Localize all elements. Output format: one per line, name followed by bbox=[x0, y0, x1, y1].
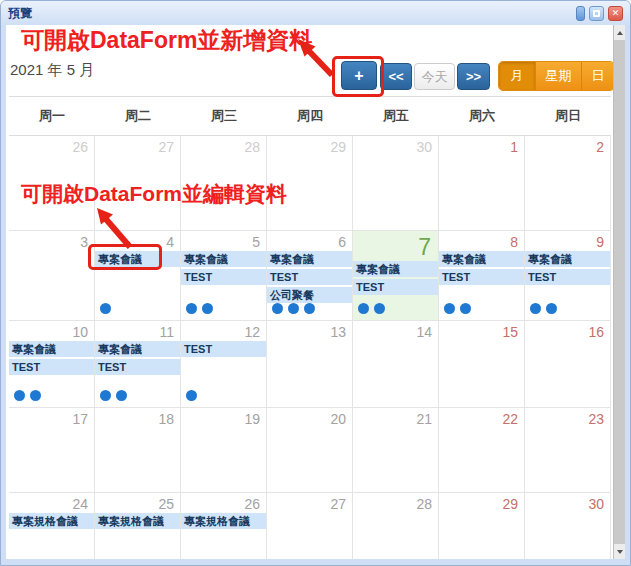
date-number: 20 bbox=[267, 408, 352, 425]
calendar-day-cell[interactable]: 30 bbox=[353, 136, 439, 231]
calendar-day-cell[interactable]: 11專案會議TEST bbox=[95, 321, 181, 408]
calendar-day-cell[interactable]: 22 bbox=[439, 408, 525, 493]
calendar-day-cell[interactable]: 25專案規格會議 bbox=[95, 493, 181, 559]
calendar-day-cell[interactable]: 29 bbox=[267, 136, 353, 231]
calendar-week-row: 34專案會議5專案會議TEST6專案會議TEST公司聚餐7專案會議TEST8專案… bbox=[9, 231, 611, 321]
view-month-button[interactable]: 月 bbox=[499, 62, 535, 90]
scrollbar-up-icon[interactable] bbox=[614, 25, 625, 40]
calendar-event[interactable]: 專案規格會議 bbox=[181, 513, 266, 529]
date-number: 11 bbox=[95, 321, 180, 338]
calendar-day-cell[interactable]: 26 bbox=[9, 136, 95, 231]
calendar-day-cell[interactable]: 1 bbox=[439, 136, 525, 231]
weekday-label: 周三 bbox=[181, 107, 267, 125]
calendar-day-cell[interactable]: 9專案會議TEST bbox=[525, 231, 611, 321]
calendar-day-cell[interactable]: 4專案會議 bbox=[95, 231, 181, 321]
calendar-event[interactable]: TEST bbox=[181, 269, 266, 285]
date-number: 10 bbox=[9, 321, 94, 338]
calendar-day-cell[interactable]: 21 bbox=[353, 408, 439, 493]
calendar-event[interactable]: TEST bbox=[439, 269, 524, 285]
date-number: 26 bbox=[9, 136, 94, 153]
calendar-day-cell[interactable]: 15 bbox=[439, 321, 525, 408]
event-dots bbox=[358, 303, 385, 314]
date-number: 17 bbox=[9, 408, 94, 425]
calendar-day-cell[interactable]: 16 bbox=[525, 321, 611, 408]
close-icon[interactable]: ✕ bbox=[608, 6, 623, 21]
day-events: 專案規格會議 bbox=[181, 513, 266, 529]
calendar-day-cell[interactable]: 5專案會議TEST bbox=[181, 231, 267, 321]
calendar-event[interactable]: 專案會議 bbox=[95, 341, 180, 357]
event-dot bbox=[530, 303, 541, 314]
calendar-day-cell[interactable]: 6專案會議TEST公司聚餐 bbox=[267, 231, 353, 321]
view-day-button[interactable]: 日 bbox=[581, 62, 613, 90]
calendar-day-cell[interactable]: 17 bbox=[9, 408, 95, 493]
calendar-panel: 2021 年 5 月 + << 今天 >> 月 星期 日 周一周二周三周四周五周… bbox=[6, 25, 613, 559]
calendar-day-cell[interactable]: 23 bbox=[525, 408, 611, 493]
date-number: 2 bbox=[525, 136, 610, 153]
collapse-icon[interactable] bbox=[576, 6, 585, 21]
event-dots bbox=[186, 303, 213, 314]
calendar-day-cell[interactable]: 19 bbox=[181, 408, 267, 493]
add-event-button[interactable]: + bbox=[341, 61, 377, 90]
calendar-day-cell[interactable]: 28 bbox=[353, 493, 439, 559]
vertical-scrollbar[interactable] bbox=[613, 25, 625, 559]
calendar-event[interactable]: 專案會議 bbox=[9, 341, 94, 357]
scrollbar-down-icon[interactable] bbox=[614, 544, 625, 559]
calendar-event[interactable]: TEST bbox=[181, 341, 266, 357]
calendar-event[interactable]: TEST bbox=[9, 359, 94, 375]
calendar-day-cell[interactable]: 27 bbox=[95, 136, 181, 231]
date-number: 28 bbox=[181, 136, 266, 153]
event-dot bbox=[272, 303, 283, 314]
calendar-event[interactable]: TEST bbox=[267, 269, 352, 285]
calendar-day-cell[interactable]: 20 bbox=[267, 408, 353, 493]
date-number: 29 bbox=[267, 136, 352, 153]
calendar-event[interactable]: 專案會議 bbox=[267, 251, 352, 267]
date-number: 18 bbox=[95, 408, 180, 425]
weekday-label: 周五 bbox=[353, 107, 439, 125]
maximize-icon[interactable] bbox=[589, 6, 604, 21]
calendar-event[interactable]: 專案會議 bbox=[525, 251, 610, 267]
calendar-event[interactable]: 專案會議 bbox=[95, 251, 180, 267]
event-dot bbox=[30, 390, 41, 401]
calendar-day-cell[interactable]: 14 bbox=[353, 321, 439, 408]
calendar-day-cell[interactable]: 13 bbox=[267, 321, 353, 408]
calendar-day-cell[interactable]: 29 bbox=[439, 493, 525, 559]
calendar-day-cell[interactable]: 3 bbox=[9, 231, 95, 321]
calendar-event[interactable]: 專案會議 bbox=[181, 251, 266, 267]
calendar-day-cell[interactable]: 18 bbox=[95, 408, 181, 493]
weekday-label: 周一 bbox=[9, 107, 95, 125]
calendar-event[interactable]: 專案規格會議 bbox=[9, 513, 94, 529]
date-number: 14 bbox=[353, 321, 438, 338]
calendar-event[interactable]: 專案規格會議 bbox=[95, 513, 180, 529]
next-month-button[interactable]: >> bbox=[457, 63, 490, 90]
prev-month-button[interactable]: << bbox=[380, 63, 412, 90]
calendar-day-cell[interactable]: 8專案會議TEST bbox=[439, 231, 525, 321]
date-number: 29 bbox=[439, 493, 524, 510]
calendar-day-cell[interactable]: 2 bbox=[525, 136, 611, 231]
calendar-day-cell[interactable]: 26專案規格會議 bbox=[181, 493, 267, 559]
calendar-day-cell[interactable]: 28 bbox=[181, 136, 267, 231]
event-dot bbox=[186, 390, 197, 401]
event-dot bbox=[288, 303, 299, 314]
day-events: 專案會議TEST bbox=[95, 341, 180, 375]
weekday-label: 周日 bbox=[525, 107, 611, 125]
calendar-day-cell[interactable]: 7專案會議TEST bbox=[353, 231, 439, 321]
date-number: 9 bbox=[525, 231, 610, 248]
calendar-event[interactable]: 專案會議 bbox=[353, 261, 438, 277]
window-tools: ✕ bbox=[576, 6, 623, 21]
view-switcher: 月 星期 日 bbox=[498, 61, 613, 91]
day-events: TEST bbox=[181, 341, 266, 357]
today-button[interactable]: 今天 bbox=[414, 63, 455, 90]
calendar-event[interactable]: 專案會議 bbox=[439, 251, 524, 267]
view-week-button[interactable]: 星期 bbox=[535, 62, 581, 90]
calendar-day-cell[interactable]: 30 bbox=[525, 493, 611, 559]
calendar-event[interactable]: TEST bbox=[525, 269, 610, 285]
calendar-event[interactable]: TEST bbox=[95, 359, 180, 375]
calendar-day-cell[interactable]: 12TEST bbox=[181, 321, 267, 408]
calendar-day-cell[interactable]: 10專案會議TEST bbox=[9, 321, 95, 408]
calendar-day-cell[interactable]: 27 bbox=[267, 493, 353, 559]
calendar-day-cell[interactable]: 24專案規格會議 bbox=[9, 493, 95, 559]
calendar-event[interactable]: TEST bbox=[353, 279, 438, 295]
calendar-grid: 周一周二周三周四周五周六周日 26272829301234專案會議5專案會議TE… bbox=[9, 96, 611, 559]
calendar-event[interactable]: 公司聚餐 bbox=[267, 287, 352, 303]
weekday-label: 周四 bbox=[267, 107, 353, 125]
